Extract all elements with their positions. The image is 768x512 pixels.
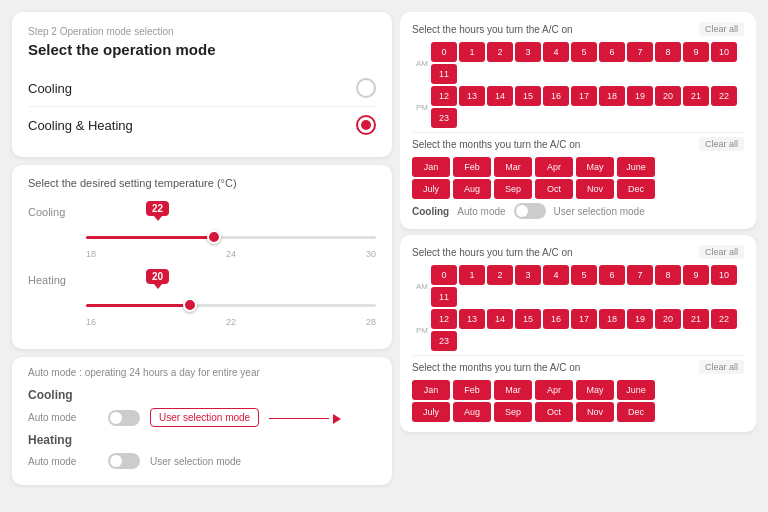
clear-all-hours-bottom[interactable]: Clear all bbox=[699, 245, 744, 259]
hour-b-22[interactable]: 22 bbox=[711, 309, 737, 329]
hour-17[interactable]: 17 bbox=[571, 86, 597, 106]
month-aug[interactable]: Aug bbox=[453, 179, 491, 199]
hour-20[interactable]: 20 bbox=[655, 86, 681, 106]
hour-16[interactable]: 16 bbox=[543, 86, 569, 106]
hour-21[interactable]: 21 bbox=[683, 86, 709, 106]
month-b-may[interactable]: May bbox=[576, 380, 614, 400]
hours-header-bottom: Select the hours you turn the A/C on Cle… bbox=[412, 245, 744, 259]
hour-9[interactable]: 9 bbox=[683, 42, 709, 62]
month-jan[interactable]: Jan bbox=[412, 157, 450, 177]
month-june[interactable]: June bbox=[617, 157, 655, 177]
hours-title-top: Select the hours you turn the A/C on bbox=[412, 24, 573, 35]
radio-cooling[interactable] bbox=[356, 78, 376, 98]
month-nov[interactable]: Nov bbox=[576, 179, 614, 199]
months-header-bottom: Select the months you turn the A/C on Cl… bbox=[412, 360, 744, 374]
clear-all-months-top[interactable]: Clear all bbox=[699, 137, 744, 151]
month-dec[interactable]: Dec bbox=[617, 179, 655, 199]
month-b-mar[interactable]: Mar bbox=[494, 380, 532, 400]
clear-all-months-bottom[interactable]: Clear all bbox=[699, 360, 744, 374]
hour-b-11[interactable]: 11 bbox=[431, 287, 457, 307]
month-b-feb[interactable]: Feb bbox=[453, 380, 491, 400]
clear-all-hours-top[interactable]: Clear all bbox=[699, 22, 744, 36]
hour-15[interactable]: 15 bbox=[515, 86, 541, 106]
hour-b-23[interactable]: 23 bbox=[431, 331, 457, 351]
hour-14[interactable]: 14 bbox=[487, 86, 513, 106]
month-may[interactable]: May bbox=[576, 157, 614, 177]
month-july[interactable]: July bbox=[412, 179, 450, 199]
month-oct[interactable]: Oct bbox=[535, 179, 573, 199]
month-b-oct[interactable]: Oct bbox=[535, 402, 573, 422]
hour-23[interactable]: 23 bbox=[431, 108, 457, 128]
hour-b-4[interactable]: 4 bbox=[543, 265, 569, 285]
option-cooling-heating-label: Cooling & Heating bbox=[28, 118, 133, 133]
hours-grid-top: AM 0 1 2 3 4 5 6 7 8 9 10 11 PM bbox=[412, 42, 744, 128]
hours-header-top: Select the hours you turn the A/C on Cle… bbox=[412, 22, 744, 36]
hour-b-20[interactable]: 20 bbox=[655, 309, 681, 329]
hour-4[interactable]: 4 bbox=[543, 42, 569, 62]
hour-b-2[interactable]: 2 bbox=[487, 265, 513, 285]
hour-5[interactable]: 5 bbox=[571, 42, 597, 62]
month-b-sep[interactable]: Sep bbox=[494, 402, 532, 422]
hour-b-7[interactable]: 7 bbox=[627, 265, 653, 285]
hour-b-15[interactable]: 15 bbox=[515, 309, 541, 329]
hour-18[interactable]: 18 bbox=[599, 86, 625, 106]
cooling-mode-toggle[interactable] bbox=[514, 203, 546, 219]
left-panel: Step 2 Operation mode selection Select t… bbox=[12, 12, 392, 500]
hour-b-19[interactable]: 19 bbox=[627, 309, 653, 329]
hour-b-18[interactable]: 18 bbox=[599, 309, 625, 329]
option-cooling[interactable]: Cooling bbox=[28, 70, 376, 107]
month-mar[interactable]: Mar bbox=[494, 157, 532, 177]
hour-b-13[interactable]: 13 bbox=[459, 309, 485, 329]
hour-0[interactable]: 0 bbox=[431, 42, 457, 62]
month-b-aug[interactable]: Aug bbox=[453, 402, 491, 422]
heating-auto-label: Auto mode bbox=[28, 456, 98, 467]
hour-1[interactable]: 1 bbox=[459, 42, 485, 62]
month-apr[interactable]: Apr bbox=[535, 157, 573, 177]
radio-cooling-heating[interactable] bbox=[356, 115, 376, 135]
month-b-july[interactable]: July bbox=[412, 402, 450, 422]
am-cells-top: 0 1 2 3 4 5 6 7 8 9 10 11 bbox=[431, 42, 744, 84]
month-b-dec[interactable]: Dec bbox=[617, 402, 655, 422]
cooling-slider-track[interactable] bbox=[86, 227, 376, 247]
months-title-top: Select the months you turn the A/C on bbox=[412, 139, 580, 150]
month-feb[interactable]: Feb bbox=[453, 157, 491, 177]
cooling-user-selection-btn[interactable]: User selection mode bbox=[150, 408, 259, 427]
hour-b-16[interactable]: 16 bbox=[543, 309, 569, 329]
hour-b-10[interactable]: 10 bbox=[711, 265, 737, 285]
hour-22[interactable]: 22 bbox=[711, 86, 737, 106]
hour-b-9[interactable]: 9 bbox=[683, 265, 709, 285]
hour-2[interactable]: 2 bbox=[487, 42, 513, 62]
hour-19[interactable]: 19 bbox=[627, 86, 653, 106]
hour-8[interactable]: 8 bbox=[655, 42, 681, 62]
hour-b-0[interactable]: 0 bbox=[431, 265, 457, 285]
am-label-top: AM bbox=[412, 59, 428, 68]
option-cooling-heating[interactable]: Cooling & Heating bbox=[28, 107, 376, 143]
hour-b-3[interactable]: 3 bbox=[515, 265, 541, 285]
hour-11[interactable]: 11 bbox=[431, 64, 457, 84]
hour-b-17[interactable]: 17 bbox=[571, 309, 597, 329]
hours-grid-bottom: AM 0 1 2 3 4 5 6 7 8 9 10 11 PM bbox=[412, 265, 744, 351]
cooling-ticks: 18 24 30 bbox=[28, 249, 376, 259]
hour-b-6[interactable]: 6 bbox=[599, 265, 625, 285]
month-b-june[interactable]: June bbox=[617, 380, 655, 400]
hour-6[interactable]: 6 bbox=[599, 42, 625, 62]
heating-toggle[interactable] bbox=[108, 453, 140, 469]
hour-b-8[interactable]: 8 bbox=[655, 265, 681, 285]
month-b-jan[interactable]: Jan bbox=[412, 380, 450, 400]
month-b-nov[interactable]: Nov bbox=[576, 402, 614, 422]
hour-b-14[interactable]: 14 bbox=[487, 309, 513, 329]
hour-13[interactable]: 13 bbox=[459, 86, 485, 106]
hour-7[interactable]: 7 bbox=[627, 42, 653, 62]
cooling-toggle[interactable] bbox=[108, 410, 140, 426]
hour-12[interactable]: 12 bbox=[431, 86, 457, 106]
hour-b-5[interactable]: 5 bbox=[571, 265, 597, 285]
hour-3[interactable]: 3 bbox=[515, 42, 541, 62]
cooling-section-label: Cooling bbox=[28, 388, 376, 402]
month-sep[interactable]: Sep bbox=[494, 179, 532, 199]
month-b-apr[interactable]: Apr bbox=[535, 380, 573, 400]
hour-b-1[interactable]: 1 bbox=[459, 265, 485, 285]
hour-10[interactable]: 10 bbox=[711, 42, 737, 62]
hour-b-21[interactable]: 21 bbox=[683, 309, 709, 329]
heating-slider-track[interactable] bbox=[86, 295, 376, 315]
hour-b-12[interactable]: 12 bbox=[431, 309, 457, 329]
